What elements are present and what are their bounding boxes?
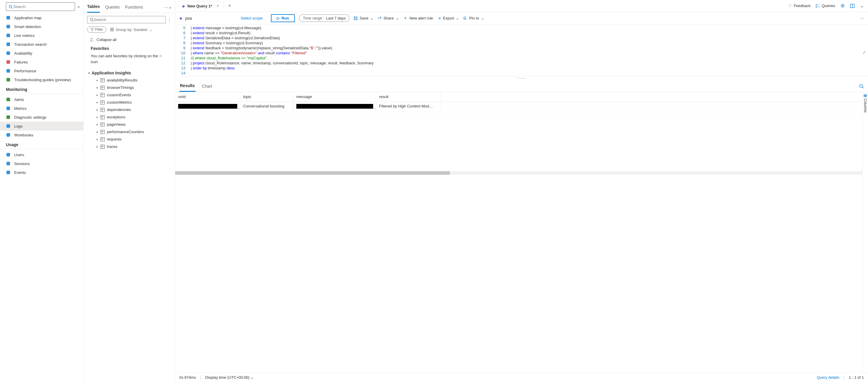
horizontal-scrollbar[interactable] (175, 171, 862, 175)
results-search-icon[interactable] (859, 84, 864, 89)
tree-item-browserTimings[interactable]: ▸browserTimings (88, 84, 170, 91)
tree-item-label: exceptions (107, 115, 125, 119)
new-alert-button[interactable]: ＋ New alert rule (403, 15, 433, 21)
tree-item-label: browserTimings (107, 85, 134, 90)
sidebar-search-input[interactable] (13, 4, 72, 9)
sess-icon (6, 161, 11, 166)
editor-code[interactable]: | extend message = tostring(cd.Message)|… (188, 25, 868, 76)
schema-tab-tables[interactable]: Tables (87, 2, 100, 13)
tree-item-availabilityResults[interactable]: ▸availabilityResults (88, 76, 170, 84)
tree-item-customMetrics[interactable]: ▸customMetrics (88, 99, 170, 106)
globe-icon (6, 51, 11, 56)
nav-item-alerts[interactable]: Alerts (0, 95, 83, 104)
nav-item-performance[interactable]: Performance (0, 66, 83, 75)
table-icon (100, 137, 104, 141)
query-details-link[interactable]: Query details (817, 375, 840, 380)
query-tab[interactable]: ◆ New Query 1* ✕ (178, 1, 224, 11)
add-tab-button[interactable]: ＋ (224, 0, 236, 11)
feedback-button[interactable]: ♡ Feedback (788, 4, 810, 8)
caret-down-icon: ▾ (88, 71, 90, 75)
table-icon (100, 100, 104, 105)
select-scope-link[interactable]: Select scope (241, 16, 262, 21)
nav-item-label: Alerts (14, 97, 24, 102)
bulb-icon: ◆ (179, 16, 182, 21)
nav-item-availability[interactable]: Availability (0, 49, 83, 58)
tree-item-customEvents[interactable]: ▸customEvents (88, 91, 170, 99)
filter-button[interactable]: Filter (87, 26, 106, 33)
schema-tab-queries[interactable]: Queries (105, 3, 120, 12)
nav-item-users[interactable]: Users (0, 150, 83, 159)
schema-tab-functions[interactable]: Functions (125, 3, 143, 12)
column-header-result[interactable]: result (376, 92, 441, 101)
pin-button[interactable]: Pin to ⌄ (463, 16, 484, 21)
resize-handle[interactable]: • • • (175, 76, 868, 80)
column-header-conversationId[interactable]: onId (175, 92, 240, 101)
tree-item-exceptions[interactable]: ▸exceptions (88, 113, 170, 121)
query-editor[interactable]: ⋮ 567891011121314 | extend message = tos… (179, 25, 868, 76)
favorites-hint: You can add favorites by clicking on the… (84, 52, 175, 68)
svg-rect-17 (6, 171, 10, 174)
columns-toggle[interactable]: Columns (862, 92, 868, 373)
chevron-down-icon[interactable]: ⌄ (860, 3, 864, 8)
nav-item-live-metrics[interactable]: Live metrics (0, 31, 83, 40)
query-tab-bar: ◆ New Query 1* ✕ ＋ ♡ Feedback Queries ⚙ (175, 0, 868, 12)
tree-group-appinsights[interactable]: ▾ Application Insights (88, 69, 170, 76)
svg-rect-6 (6, 51, 10, 55)
table-row[interactable]: Conversational boostingFiltered by High … (175, 102, 862, 112)
nav-item-diagnostic-settings[interactable]: Diagnostic settings (0, 113, 83, 121)
svg-rect-32 (865, 95, 866, 97)
svg-rect-21 (110, 29, 114, 30)
schema-more-icon[interactable]: ⋮ (167, 18, 172, 22)
tree-item-requests[interactable]: ▸requests (88, 136, 170, 143)
panel-icon[interactable] (850, 4, 855, 8)
svg-line-1 (11, 7, 13, 8)
save-icon (354, 16, 358, 21)
nav-item-logs[interactable]: Logs (0, 121, 83, 131)
results-tab-results[interactable]: Results (179, 80, 195, 92)
tree-item-traces[interactable]: ▸traces (88, 143, 170, 150)
nav-item-metrics[interactable]: Metrics (0, 104, 83, 113)
share-button[interactable]: Share ⌄ (378, 16, 399, 21)
queries-button[interactable]: Queries (816, 4, 835, 8)
gear-icon[interactable]: ⚙ (840, 3, 845, 8)
display-time-button[interactable]: Display time (UTC+00:00) ⌄ (205, 375, 254, 380)
nav-item-transaction-search[interactable]: Transaction search (0, 40, 83, 49)
svg-rect-15 (6, 153, 10, 157)
nav-item-label: Performance (14, 69, 36, 73)
table-icon (100, 93, 104, 97)
expand-editor-icon[interactable]: ⤢ (863, 50, 866, 55)
schema-search[interactable] (87, 16, 166, 23)
export-button[interactable]: Export ⌄ (437, 16, 459, 21)
nav-sidebar: « Application mapSmart detectionLive met… (0, 0, 84, 382)
nav-item-workbooks[interactable]: Workbooks (0, 131, 83, 139)
tree-item-dependencies[interactable]: ▸dependencies (88, 106, 170, 113)
more-icon[interactable]: ⋯ (860, 16, 864, 21)
sidebar-search[interactable] (6, 2, 75, 11)
close-tab-icon[interactable]: ✕ (216, 4, 219, 8)
svg-rect-33 (866, 95, 867, 97)
nav-item-smart-detection[interactable]: Smart detection (0, 22, 83, 31)
schema-search-input[interactable] (94, 18, 163, 22)
results-tab-chart[interactable]: Chart (202, 81, 213, 92)
nav-item-events[interactable]: Events (0, 168, 83, 177)
time-range-picker[interactable]: Time range : Last 7 days (299, 14, 349, 22)
drag-handle-icon[interactable]: ⋮ (179, 50, 182, 55)
save-button[interactable]: Save ⌄ (354, 16, 373, 21)
column-header-topic[interactable]: topic (240, 92, 293, 101)
nav-item-failures[interactable]: Failures (0, 58, 83, 66)
nav-item-application-map[interactable]: Application map (0, 13, 83, 22)
column-header-message[interactable]: message (293, 92, 376, 101)
tree-item-pageViews[interactable]: ▸pageViews (88, 121, 170, 128)
collapse-sidebar-icon[interactable]: « (78, 4, 80, 9)
svg-rect-22 (110, 31, 114, 31)
nav-item-label: Diagnostic settings (14, 115, 46, 119)
nav-item-troubleshooting-guides-preview-[interactable]: Troubleshooting guides (preview) (0, 75, 83, 84)
svg-line-30 (862, 87, 864, 88)
nav-item-sessions[interactable]: Sessions (0, 159, 83, 168)
tree-item-performanceCounters[interactable]: ▸performanceCounters (88, 128, 170, 136)
collapse-all-button[interactable]: Collapse all (84, 36, 175, 44)
run-button[interactable]: ▷ Run (271, 14, 295, 22)
groupby-dropdown[interactable]: Group by: Solution ⌄ (110, 28, 153, 32)
schema-collapse-icon[interactable]: ⋯ « (164, 5, 172, 10)
svg-rect-23 (816, 4, 817, 5)
